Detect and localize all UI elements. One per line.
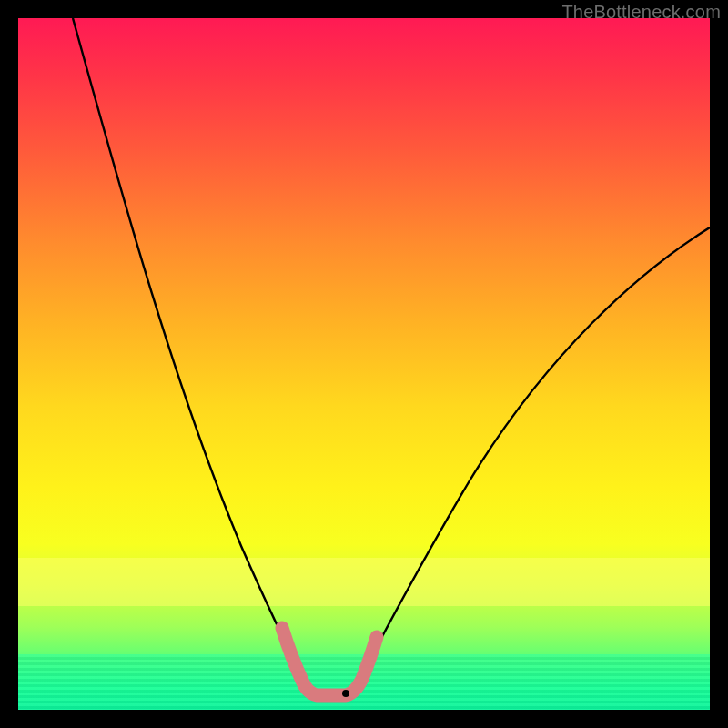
curve-left xyxy=(73,18,308,687)
bottom-marker-path xyxy=(282,628,377,695)
chart-curves-svg xyxy=(18,18,710,710)
bottom-marker-dot xyxy=(342,690,349,697)
chart-plot-area xyxy=(18,18,710,710)
curve-right xyxy=(355,228,710,687)
